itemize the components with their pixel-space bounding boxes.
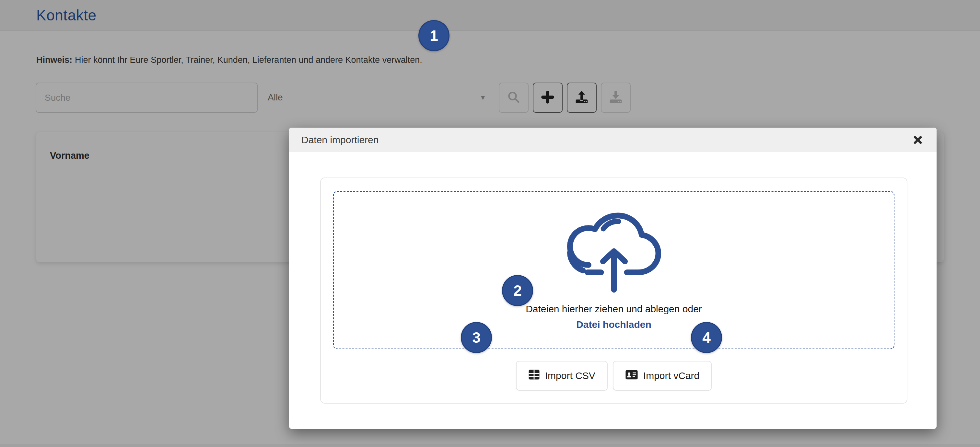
upload-file-link[interactable]: Datei hochladen [576,319,651,330]
annotation-badge-2: 2 [502,275,533,306]
import-csv-button[interactable]: Import CSV [516,361,608,391]
dropzone-text: Dateien hierher ziehen und ablegen oder [526,303,702,314]
annotation-badge-4: 4 [691,322,722,353]
import-panel: Dateien hierher ziehen und ablegen oder … [320,178,907,404]
import-actions: Import CSV Import vCard [333,361,894,391]
modal-body: Dateien hierher ziehen und ablegen oder … [289,152,937,429]
kontakte-page: Kontakte Hinweis:Hier könnt Ihr Eure Spo… [0,0,980,447]
import-vcard-button[interactable]: Import vCard [613,361,712,391]
file-dropzone[interactable]: Dateien hierher ziehen und ablegen oder … [333,191,894,349]
close-button[interactable] [913,135,923,145]
address-card-icon [625,369,638,382]
close-icon [913,141,923,146]
import-modal: Daten importieren [289,128,937,429]
modal-header: Daten importieren [289,128,937,152]
modal-title: Daten importieren [301,135,913,146]
table-icon [528,369,540,382]
annotation-badge-1: 1 [418,20,450,51]
annotation-badge-3: 3 [461,322,492,353]
cloud-upload-icon [565,210,663,296]
